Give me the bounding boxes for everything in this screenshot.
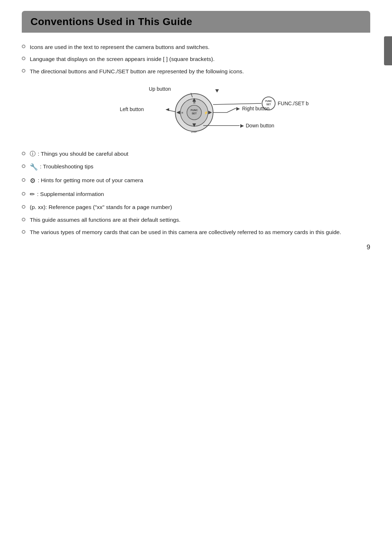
svg-text:⚡: ⚡ bbox=[204, 111, 208, 115]
diagram-inner: FUNC SET DISP. ☀ ⚡ ⊠ FUNC bbox=[83, 83, 309, 141]
svg-point-1 bbox=[180, 99, 208, 126]
intro-bullet-list: Icons are used in the text to represent … bbox=[22, 43, 370, 75]
bullet-dot bbox=[22, 178, 25, 182]
bullet-icons-text: Icons are used in the text to represent … bbox=[30, 43, 209, 51]
bullet-dot bbox=[22, 164, 25, 168]
svg-text:SET: SET bbox=[266, 103, 271, 106]
icon-item-hints-text: : Hints for getting more out of your cam… bbox=[38, 176, 143, 184]
bullet-language-text: Language that displays on the screen app… bbox=[30, 55, 215, 63]
icon-item-troubleshoot: 🔧 : Troubleshooting tips bbox=[22, 162, 370, 172]
svg-text:Up button: Up button bbox=[149, 86, 171, 92]
caution-icon: ⓘ bbox=[30, 150, 36, 158]
hints-icon: ⚙ bbox=[30, 176, 36, 186]
diagram-svg: FUNC SET DISP. ☀ ⚡ ⊠ FUNC bbox=[83, 83, 309, 141]
supplemental-icon: ✏ bbox=[30, 190, 35, 199]
bullet-dot bbox=[22, 45, 25, 48]
bullet-dot bbox=[22, 205, 25, 209]
svg-text:FUNC./SET button: FUNC./SET button bbox=[278, 101, 309, 106]
svg-line-16 bbox=[191, 93, 192, 97]
svg-text:☀: ☀ bbox=[181, 111, 184, 115]
page-number: 9 bbox=[367, 244, 370, 251]
icon-item-default: This guide assumes all functions are at … bbox=[22, 216, 370, 224]
icon-item-memory: The various types of memory cards that c… bbox=[22, 228, 370, 236]
svg-line-18 bbox=[213, 103, 261, 105]
svg-marker-10 bbox=[208, 111, 212, 114]
bullet-dot bbox=[22, 152, 25, 155]
icon-item-default-text: This guide assumes all functions are at … bbox=[30, 216, 180, 224]
icon-item-supplemental: ✏ : Supplemental information bbox=[22, 190, 370, 199]
icon-item-memory-text: The various types of memory cards that c… bbox=[30, 228, 341, 236]
button-diagram-area: FUNC SET DISP. ☀ ⚡ ⊠ FUNC bbox=[22, 83, 370, 141]
title-bar: Conventions Used in This Guide bbox=[22, 11, 370, 33]
svg-text:⊠: ⊠ bbox=[193, 101, 196, 104]
svg-text:Right button: Right button bbox=[242, 106, 270, 111]
svg-text:Down button: Down button bbox=[246, 123, 274, 128]
svg-line-20 bbox=[227, 108, 236, 113]
svg-marker-5 bbox=[192, 98, 196, 102]
svg-marker-8 bbox=[176, 111, 180, 114]
page-container: Conventions Used in This Guide Icons are… bbox=[0, 0, 392, 262]
svg-marker-25 bbox=[166, 108, 169, 111]
bullet-dot bbox=[22, 218, 25, 221]
bullet-dot bbox=[22, 230, 25, 234]
svg-marker-6 bbox=[192, 123, 196, 127]
svg-text:SET: SET bbox=[192, 112, 197, 115]
troubleshoot-icon: 🔧 bbox=[30, 162, 38, 172]
svg-text:Left button: Left button bbox=[120, 106, 144, 112]
svg-marker-23 bbox=[215, 89, 219, 93]
bullet-dot bbox=[22, 69, 25, 73]
bullet-directional-text: The directional buttons and FUNC./SET bu… bbox=[30, 67, 244, 75]
right-edge-decoration bbox=[384, 36, 392, 65]
svg-text:DISP.: DISP. bbox=[191, 131, 197, 133]
icon-item-caution-text: : Things you should be careful about bbox=[38, 150, 128, 158]
svg-line-17 bbox=[167, 110, 176, 112]
bullet-dot bbox=[22, 192, 25, 196]
icon-item-hints: ⚙ : Hints for getting more out of your c… bbox=[22, 176, 370, 186]
svg-text:FUNC: FUNC bbox=[191, 109, 197, 111]
bullet-dot bbox=[22, 57, 25, 60]
svg-marker-29 bbox=[240, 124, 244, 128]
page-title: Conventions Used in This Guide bbox=[30, 16, 362, 28]
bullet-icons-item: Icons are used in the text to represent … bbox=[22, 43, 370, 51]
icon-item-supplemental-text: : Supplemental information bbox=[37, 190, 104, 198]
bullet-language-item: Language that displays on the screen app… bbox=[22, 55, 370, 63]
icon-item-pages: (p. xx): Reference pages ("xx" stands fo… bbox=[22, 203, 370, 211]
icon-item-caution: ⓘ : Things you should be careful about bbox=[22, 150, 370, 158]
svg-text:FUNC: FUNC bbox=[265, 100, 272, 102]
icon-items-list: ⓘ : Things you should be careful about 🔧… bbox=[22, 150, 370, 236]
svg-marker-27 bbox=[236, 107, 240, 111]
icon-item-pages-text: (p. xx): Reference pages ("xx" stands fo… bbox=[30, 203, 172, 211]
icon-item-troubleshoot-text: : Troubleshooting tips bbox=[40, 162, 93, 171]
svg-point-2 bbox=[187, 105, 201, 120]
bullet-directional-item: The directional buttons and FUNC./SET bu… bbox=[22, 67, 370, 75]
svg-point-13 bbox=[262, 97, 275, 110]
svg-point-0 bbox=[175, 94, 213, 131]
